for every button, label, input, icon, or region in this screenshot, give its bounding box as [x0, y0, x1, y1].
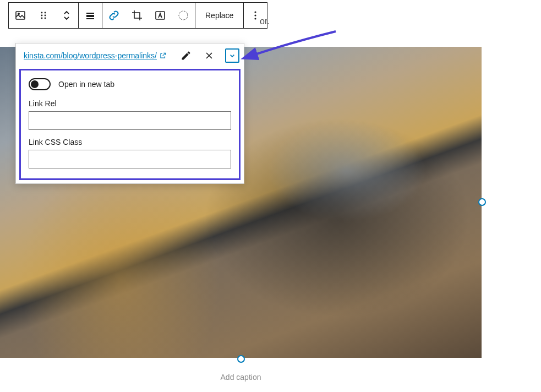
close-icon [204, 50, 215, 61]
external-link-icon [159, 52, 167, 59]
open-new-tab-row: Open in new tab [29, 78, 231, 90]
annotation-arrow [248, 29, 341, 69]
image-block-icon[interactable] [9, 3, 32, 28]
link-url[interactable]: kinsta.com/blog/wordpress-permalinks/ [24, 51, 172, 60]
svg-rect-10 [86, 18, 94, 19]
open-new-tab-label: Open in new tab [58, 80, 114, 89]
svg-rect-9 [86, 15, 94, 17]
align-icon[interactable] [79, 3, 102, 28]
svg-point-12 [179, 11, 188, 20]
svg-point-2 [41, 12, 43, 14]
crop-icon[interactable] [125, 3, 149, 28]
image-caption-placeholder[interactable]: Add caption [0, 373, 482, 382]
toggle-knob [31, 80, 39, 88]
remove-link-button[interactable] [200, 46, 218, 65]
link-settings-toggle[interactable] [225, 48, 239, 63]
resize-handle-bottom[interactable] [237, 355, 245, 363]
open-new-tab-toggle[interactable] [29, 78, 51, 90]
link-popover-header: kinsta.com/blog/wordpress-permalinks/ [16, 43, 244, 68]
resize-handle-right[interactable] [478, 198, 486, 206]
toolbar-group-replace: Replace [195, 3, 244, 28]
svg-point-7 [45, 18, 46, 19]
drag-handle-icon[interactable] [32, 3, 55, 28]
link-rel-input[interactable] [29, 111, 231, 130]
link-css-class-input[interactable] [29, 150, 231, 168]
link-popover: kinsta.com/blog/wordpress-permalinks/ [15, 43, 244, 184]
text-overlay-icon[interactable] [149, 3, 172, 28]
svg-point-15 [255, 18, 256, 19]
svg-point-6 [41, 18, 43, 19]
toolbar-group-align [79, 3, 102, 28]
move-up-down-icon[interactable] [55, 3, 78, 28]
toolbar-group-inline [102, 3, 195, 28]
edit-link-button[interactable] [177, 46, 195, 65]
block-toolbar: Replace [8, 2, 267, 29]
toolbar-group-block [9, 3, 79, 28]
svg-point-5 [45, 15, 46, 17]
chevron-down-icon [228, 51, 237, 60]
link-css-class-label: Link CSS Class [29, 138, 231, 146]
duotone-icon[interactable] [172, 3, 195, 28]
link-url-text: kinsta.com/blog/wordpress-permalinks/ [24, 51, 157, 60]
link-icon[interactable] [102, 3, 125, 28]
paragraph-fragment: or. [260, 17, 270, 26]
svg-point-13 [255, 11, 256, 13]
pencil-icon [181, 50, 192, 61]
svg-point-3 [45, 12, 46, 14]
link-rel-label: Link Rel [29, 99, 231, 108]
svg-point-4 [41, 15, 43, 17]
svg-point-1 [18, 13, 19, 14]
link-advanced-settings: Open in new tab Link Rel Link CSS Class [19, 69, 241, 180]
svg-point-14 [255, 14, 256, 16]
svg-rect-8 [86, 13, 94, 14]
replace-button[interactable]: Replace [195, 3, 243, 28]
